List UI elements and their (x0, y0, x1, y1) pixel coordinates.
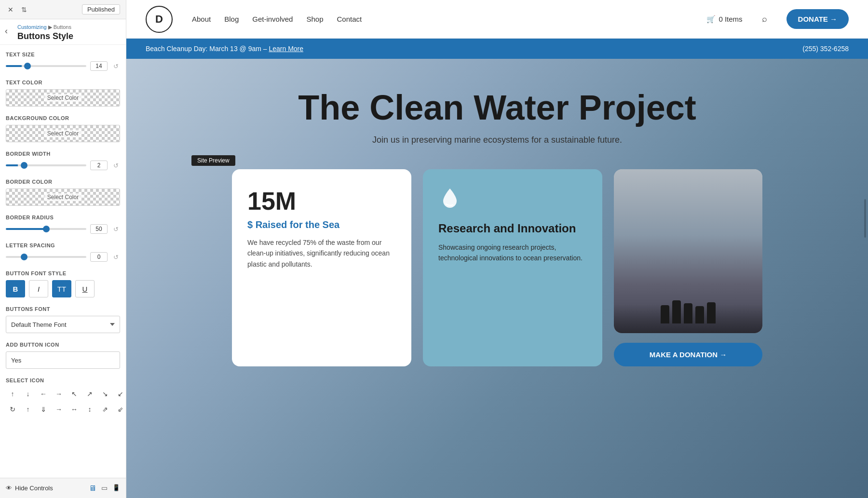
letter-spacing-row: 0 ↺ (6, 252, 120, 262)
card-text: We have recycled 75% of the waste from o… (247, 237, 396, 269)
bold-button[interactable]: B (6, 280, 25, 297)
icon-left[interactable]: ← (37, 387, 50, 401)
breadcrumb-parent[interactable]: Customizing (17, 24, 47, 30)
nav-cart[interactable]: 🛒 0 Items (706, 15, 742, 24)
text-color-picker[interactable]: Select Color (6, 89, 120, 107)
silhouette-1 (661, 305, 669, 323)
announcement-link[interactable]: Learn More (269, 45, 303, 53)
left-panel: ✕ ⇅ Published ‹ Customizing ▶ Buttons Bu… (0, 0, 126, 498)
card-blue-title: Research and Innovation (438, 222, 587, 235)
border-color-picker[interactable]: Select Color (6, 188, 120, 206)
close-icon[interactable]: ✕ (6, 5, 15, 14)
letter-spacing-value[interactable]: 0 (90, 252, 108, 262)
card-research: Research and Innovation Showcasing ongoi… (423, 169, 602, 366)
tablet-view-icon[interactable]: ▭ (101, 484, 108, 493)
nav-get-involved[interactable]: Get-involved (252, 15, 293, 23)
italic-button[interactable]: I (29, 280, 48, 297)
sort-icon[interactable]: ⇅ (19, 5, 29, 14)
bg-color-picker[interactable]: Select Color (6, 125, 120, 142)
font-style-row: B I TT U (6, 280, 120, 297)
icons-grid: ↑ ↓ ← → ↖ ↗ ↘ ↙ ↺ ↑ ⇑ → ↔ ↕ ⇗ ⇙ (6, 387, 120, 416)
add-icon-input[interactable] (6, 351, 120, 369)
icon-diag2[interactable]: ⇙ (114, 403, 126, 416)
hide-controls-label: Hide Controls (15, 485, 53, 492)
text-size-row: 14 ↺ (6, 61, 120, 71)
border-radius-value[interactable]: 50 (90, 224, 108, 234)
text-size-value[interactable]: 14 (90, 61, 108, 71)
letter-spacing-slider[interactable] (6, 256, 86, 258)
breadcrumb-current: Buttons (54, 24, 71, 30)
text-color-group: TEXT COLOR Select Color (6, 80, 120, 107)
border-radius-row: 50 ↺ (6, 224, 120, 234)
letter-spacing-reset[interactable]: ↺ (111, 253, 120, 261)
border-radius-label: BORDER RADIUS (6, 215, 120, 220)
buttons-font-label: BUTTONS FONT (6, 306, 120, 312)
silhouette-2 (672, 300, 681, 323)
icon-up2[interactable]: ↑ (21, 403, 35, 416)
text-color-select-label: Select Color (44, 94, 81, 102)
hero-section: Site Preview The Clean Water Project Joi… (126, 59, 868, 498)
announcement-text: Beach Cleanup Day: March 13 @ 9am – Lear… (146, 45, 303, 53)
buttons-font-select[interactable]: Default Theme Font (6, 316, 120, 333)
silhouettes (614, 300, 762, 333)
border-color-select-label: Select Color (44, 193, 81, 201)
bg-color-select-label: Select Color (44, 130, 81, 137)
silhouette-5 (707, 302, 716, 323)
icon-down[interactable]: ↓ (21, 387, 35, 401)
icon-se[interactable]: ↘ (98, 387, 112, 401)
back-button[interactable]: ‹ (5, 26, 8, 36)
icon-ccw[interactable]: ↺ (6, 403, 19, 416)
border-radius-reset[interactable]: ↺ (111, 225, 120, 233)
desktop-view-icon[interactable]: 🖥 (89, 484, 96, 493)
letter-spacing-group: LETTER SPACING 0 ↺ (6, 242, 120, 262)
border-radius-group: BORDER RADIUS 50 ↺ (6, 215, 120, 234)
tt-button[interactable]: TT (52, 280, 71, 297)
text-size-reset[interactable]: ↺ (111, 62, 120, 70)
breadcrumb: Customizing ▶ Buttons (17, 24, 119, 30)
nav-blog[interactable]: Blog (224, 15, 239, 23)
card-raised: 15M $ Raised for the Sea We have recycle… (232, 169, 411, 366)
icon-right[interactable]: → (52, 387, 66, 401)
announcement-phone: (255) 352-6258 (802, 45, 849, 53)
photo-card-image (614, 169, 762, 333)
border-width-slider[interactable] (6, 164, 86, 166)
border-radius-slider[interactable] (6, 228, 86, 230)
icon-down2[interactable]: ⇑ (37, 403, 50, 416)
text-color-label: TEXT COLOR (6, 80, 120, 85)
icon-sw[interactable]: ↙ (114, 387, 126, 401)
site-nav: D About Blog Get-involved Shop Contact 🛒… (126, 0, 868, 39)
nav-about[interactable]: About (192, 15, 211, 23)
silhouette-3 (684, 303, 692, 323)
mobile-view-icon[interactable]: 📱 (112, 484, 120, 493)
cart-icon: 🛒 (706, 15, 716, 24)
breadcrumb-area: ‹ Customizing ▶ Buttons Buttons Style (0, 19, 126, 45)
water-drop-icon (438, 187, 587, 214)
card-stat: 15M (247, 187, 396, 215)
text-size-slider[interactable] (6, 65, 86, 67)
icon-horiz[interactable]: ↔ (68, 403, 81, 416)
border-width-label: BORDER WIDTH (6, 151, 120, 157)
icon-nw[interactable]: ↖ (68, 387, 81, 401)
icon-ne[interactable]: ↗ (83, 387, 96, 401)
icon-up[interactable]: ↑ (6, 387, 19, 401)
letter-spacing-label: LETTER SPACING (6, 242, 120, 248)
make-donation-button[interactable]: MAKE A DONATION → (614, 343, 762, 366)
border-width-reset[interactable]: ↺ (111, 161, 120, 170)
hide-controls-button[interactable]: 👁 Hide Controls (6, 485, 53, 492)
top-bar-icons: ✕ ⇅ (6, 5, 29, 14)
donate-button[interactable]: DONATE → (787, 9, 849, 29)
icon-right2[interactable]: → (52, 403, 66, 416)
nav-contact[interactable]: Contact (337, 15, 362, 23)
icon-diag1[interactable]: ⇗ (98, 403, 112, 416)
nav-shop[interactable]: Shop (306, 15, 323, 23)
underline-button[interactable]: U (75, 280, 95, 297)
hero-title: The Clean Water Project (298, 88, 696, 127)
published-badge: Published (82, 4, 120, 14)
card-blue-text: Showcasing ongoing research projects, te… (438, 242, 587, 264)
text-size-label: TEXT SIZE (6, 52, 120, 57)
button-font-style-group: BUTTON FONT STYLE B I TT U (6, 270, 120, 297)
search-icon[interactable]: ⌕ (762, 14, 767, 24)
top-bar: ✕ ⇅ Published (0, 0, 126, 19)
border-width-value[interactable]: 2 (90, 161, 108, 170)
icon-vert[interactable]: ↕ (83, 403, 96, 416)
